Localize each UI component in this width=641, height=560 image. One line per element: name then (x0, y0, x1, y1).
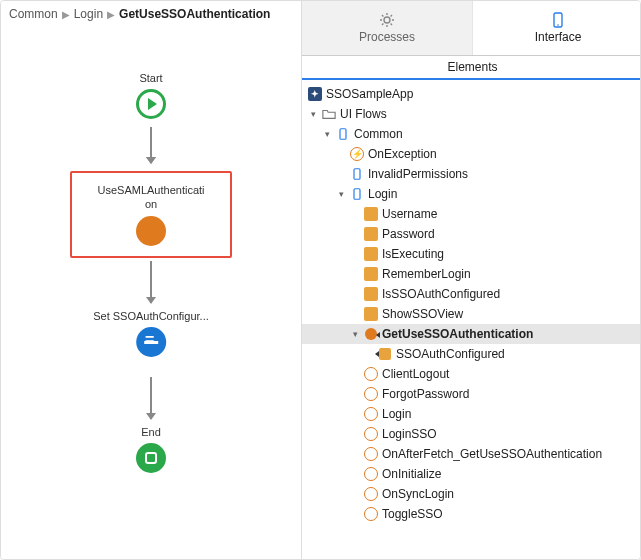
breadcrumb-current: GetUseSSOAuthentication (119, 7, 270, 21)
svg-rect-4 (354, 169, 360, 180)
variable-icon (364, 287, 378, 301)
action-icon (364, 467, 378, 481)
tree-item[interactable]: ⚡ OnException (302, 144, 641, 164)
tree-label: OnException (368, 147, 437, 161)
play-icon (136, 89, 166, 119)
tree-item[interactable]: RememberLogin (302, 264, 641, 284)
svg-rect-5 (354, 189, 360, 200)
tree-label: ToggleSSO (382, 507, 443, 521)
flow-arrow (150, 261, 152, 303)
mobile-icon (350, 187, 364, 201)
panel-tabs: Processes Interface (302, 1, 641, 56)
svg-point-2 (557, 24, 559, 26)
tab-processes[interactable]: Processes (302, 1, 473, 55)
tree-item[interactable]: SSOAuthConfigured (302, 344, 641, 364)
action-icon (364, 447, 378, 461)
tree-item[interactable]: ShowSSOView (302, 304, 641, 324)
mobile-icon (550, 12, 566, 28)
node-label: Set SSOAuthConfigur... (93, 309, 209, 323)
node-label: End (141, 425, 161, 439)
stop-icon (136, 443, 166, 473)
tree-label: Password (382, 227, 435, 241)
mobile-icon (350, 167, 364, 181)
subtab-elements[interactable]: Elements (302, 56, 641, 80)
action-icon (364, 507, 378, 521)
tree-item[interactable]: ▾ Common (302, 124, 641, 144)
tree-label: SSOSampleApp (326, 87, 413, 101)
tree-item[interactable]: Login (302, 404, 641, 424)
tree-item[interactable]: ▾ UI Flows (302, 104, 641, 124)
tree-label: OnAfterFetch_GetUseSSOAuthentication (382, 447, 602, 461)
chevron-down-icon: ▾ (308, 109, 318, 119)
node-label: UseSAMLAuthentication (96, 183, 206, 212)
tree-label: UI Flows (340, 107, 387, 121)
exception-icon: ⚡ (350, 147, 364, 161)
tree-label: GetUseSSOAuthentication (382, 327, 533, 341)
tree-item[interactable]: IsSSOAuthConfigured (302, 284, 641, 304)
tree-label: OnSyncLogin (382, 487, 454, 501)
mobile-icon (336, 127, 350, 141)
action-node-selected[interactable]: UseSAMLAuthentication (70, 171, 232, 258)
start-node[interactable]: Start (136, 71, 166, 119)
tree-item[interactable]: LoginSSO (302, 424, 641, 444)
tree-item[interactable]: ▾ Login (302, 184, 641, 204)
action-icon (364, 367, 378, 381)
tree-label: InvalidPermissions (368, 167, 468, 181)
elements-tree[interactable]: ✦ SSOSampleApp ▾ UI Flows ▾ Common ⚡ OnE… (302, 80, 641, 560)
tree-item[interactable]: OnSyncLogin (302, 484, 641, 504)
variable-icon (364, 207, 378, 221)
svg-rect-3 (340, 129, 346, 140)
assign-node[interactable]: Set SSOAuthConfigur... = (93, 309, 209, 357)
tree-item[interactable]: OnInitialize (302, 464, 641, 484)
tab-interface[interactable]: Interface (473, 1, 641, 55)
variable-icon (364, 247, 378, 261)
app-icon: ✦ (308, 87, 322, 101)
tree-item[interactable]: Username (302, 204, 641, 224)
tree-item[interactable]: IsExecuting (302, 244, 641, 264)
tree-label: ShowSSOView (382, 307, 463, 321)
svg-point-0 (384, 17, 390, 23)
tab-label: Processes (359, 30, 415, 44)
tree-label: Username (382, 207, 437, 221)
action-icon (136, 216, 166, 246)
action-icon (364, 427, 378, 441)
tree-label: Login (368, 187, 397, 201)
action-icon (364, 407, 378, 421)
variable-icon (364, 227, 378, 241)
chevron-right-icon: ▶ (62, 9, 70, 20)
tree-item[interactable]: InvalidPermissions (302, 164, 641, 184)
flow-canvas[interactable]: Common ▶ Login ▶ GetUseSSOAuthentication… (1, 1, 301, 560)
end-node[interactable]: End (136, 425, 166, 473)
tree-item[interactable]: ToggleSSO (302, 504, 641, 524)
action-icon (364, 487, 378, 501)
chevron-down-icon: ▾ (350, 329, 360, 339)
tree-label: OnInitialize (382, 467, 441, 481)
tree-label: IsExecuting (382, 247, 444, 261)
folder-icon (322, 107, 336, 121)
tree-label: Common (354, 127, 403, 141)
flow-arrow (150, 377, 152, 419)
tree-label: ForgotPassword (382, 387, 469, 401)
breadcrumb-item[interactable]: Login (74, 7, 103, 21)
action-icon (364, 327, 378, 341)
breadcrumb-item[interactable]: Common (9, 7, 58, 21)
tree-label: IsSSOAuthConfigured (382, 287, 500, 301)
tree-item-selected[interactable]: ▾ GetUseSSOAuthentication (302, 324, 641, 344)
action-icon (364, 387, 378, 401)
chevron-right-icon: ▶ (107, 9, 115, 20)
tab-label: Interface (535, 30, 582, 44)
tree-item[interactable]: ForgotPassword (302, 384, 641, 404)
variable-icon (364, 267, 378, 281)
right-panel: Processes Interface Elements ✦ SSOSample… (301, 1, 641, 560)
tree-app[interactable]: ✦ SSOSampleApp (302, 84, 641, 104)
tree-label: ClientLogout (382, 367, 449, 381)
tree-item[interactable]: Password (302, 224, 641, 244)
tree-item[interactable]: OnAfterFetch_GetUseSSOAuthentication (302, 444, 641, 464)
tree-label: Login (382, 407, 411, 421)
output-icon (378, 347, 392, 361)
gear-icon (379, 12, 395, 28)
chevron-down-icon: ▾ (322, 129, 332, 139)
variable-icon (364, 307, 378, 321)
tree-label: LoginSSO (382, 427, 437, 441)
tree-item[interactable]: ClientLogout (302, 364, 641, 384)
